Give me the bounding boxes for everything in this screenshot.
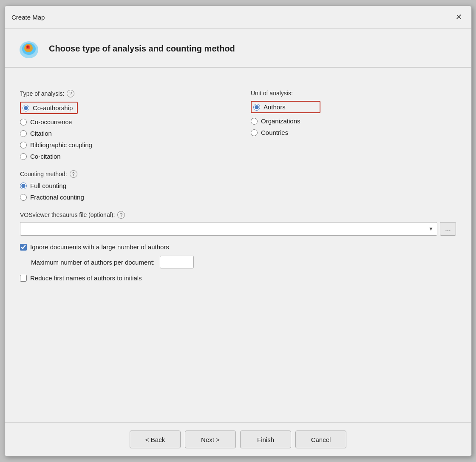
radio-input-citation[interactable] [20, 130, 27, 137]
create-map-dialog: Create Map ✕ Choose type of analysis and… [4, 6, 472, 456]
header-title: Choose type of analysis and counting met… [49, 44, 235, 54]
unit-of-analysis-group: Authors Organizations Countries [251, 101, 456, 136]
unit-of-analysis-col: Unit of analysis: Authors Organizations [251, 90, 456, 160]
type-of-analysis-group: Co-authorship Co-occurrence Citation [20, 102, 225, 160]
cancel-button[interactable]: Cancel [295, 431, 346, 448]
header-divider [5, 67, 471, 68]
footer: < Back Next > Finish Cancel [5, 422, 471, 456]
co-authorship-box: Co-authorship [20, 102, 78, 114]
radio-full-counting[interactable]: Full counting [20, 182, 456, 189]
ignore-documents-input[interactable] [20, 244, 27, 251]
thesaurus-label: VOSviewer thesaurus file (optional): ? [20, 211, 456, 219]
next-button[interactable]: Next > [185, 431, 236, 448]
reduce-names-checkbox[interactable]: Reduce first names of authors to initial… [20, 274, 456, 282]
radio-organizations[interactable]: Organizations [251, 117, 456, 125]
counting-help-icon[interactable]: ? [70, 170, 77, 178]
type-of-analysis-label: Type of analysis: ? [20, 90, 225, 97]
authors-box: Authors [251, 101, 320, 113]
back-button[interactable]: < Back [130, 431, 181, 448]
radio-co-citation[interactable]: Co-citation [20, 153, 225, 160]
thesaurus-help-icon[interactable]: ? [117, 211, 125, 219]
thesaurus-section: VOSviewer thesaurus file (optional): ? ▼… [20, 211, 456, 236]
radio-input-full-counting[interactable] [20, 183, 27, 189]
counting-method-section: Counting method: ? Full counting Fractio… [20, 170, 456, 201]
thesaurus-select[interactable] [24, 222, 434, 235]
ignore-documents-checkbox[interactable]: Ignore documents with a large number of … [20, 243, 456, 251]
radio-co-occurrence[interactable]: Co-occurrence [20, 118, 225, 125]
radio-input-fractional-counting[interactable] [20, 194, 27, 201]
radio-countries[interactable]: Countries [251, 129, 456, 136]
svg-point-4 [27, 46, 29, 48]
radio-input-authors[interactable] [253, 104, 260, 111]
type-help-icon[interactable]: ? [67, 90, 74, 97]
reduce-names-input[interactable] [20, 275, 27, 282]
radio-citation[interactable]: Citation [20, 130, 225, 137]
max-authors-label: Maximum number of authors per document: [31, 259, 155, 266]
max-authors-input[interactable] [160, 259, 194, 266]
browse-button[interactable]: ... [440, 222, 456, 236]
type-of-analysis-col: Type of analysis: ? Co-authorship Co- [20, 90, 225, 160]
radio-input-co-authorship[interactable] [23, 105, 29, 111]
radio-input-countries[interactable] [251, 129, 258, 136]
heatmap-icon [17, 36, 41, 61]
radio-co-authorship[interactable]: Co-authorship [20, 102, 225, 114]
close-button[interactable]: ✕ [453, 11, 465, 23]
content-area: Type of analysis: ? Co-authorship Co- [5, 78, 471, 422]
radio-authors[interactable]: Authors [251, 101, 456, 113]
radio-input-co-citation[interactable] [20, 153, 27, 160]
dialog-title: Create Map [11, 14, 45, 21]
counting-method-label: Counting method: ? [20, 170, 456, 178]
radio-input-organizations[interactable] [251, 118, 258, 125]
header-section: Choose type of analysis and counting met… [5, 29, 471, 67]
radio-fractional-counting[interactable]: Fractional counting [20, 194, 456, 201]
radio-bibliographic-coupling[interactable]: Bibliographic coupling [20, 141, 225, 148]
max-authors-spinner: ▲ ▼ [160, 256, 194, 268]
analysis-columns: Type of analysis: ? Co-authorship Co- [20, 90, 456, 160]
counting-method-group: Full counting Fractional counting [20, 182, 456, 201]
radio-input-co-occurrence[interactable] [20, 119, 27, 125]
thesaurus-dropdown-container: ▼ [20, 222, 437, 236]
thesaurus-input-row: ▼ ... [20, 222, 456, 236]
unit-of-analysis-label: Unit of analysis: [251, 90, 456, 97]
finish-button[interactable]: Finish [240, 431, 291, 448]
title-bar: Create Map ✕ [5, 6, 471, 29]
radio-input-bibliographic-coupling[interactable] [20, 142, 27, 148]
max-authors-row: Maximum number of authors per document: … [31, 256, 456, 268]
